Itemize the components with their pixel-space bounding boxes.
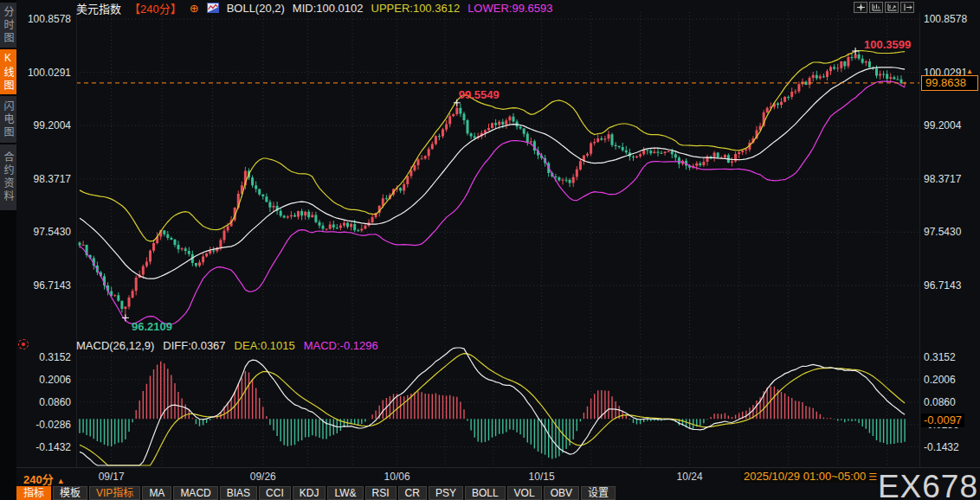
toolbar-button-MACD[interactable]: MACD xyxy=(173,486,217,500)
crosshair-icon[interactable] xyxy=(854,2,867,13)
pane-border xyxy=(919,12,920,467)
high-price-annotation: 100.3599 xyxy=(864,38,911,51)
axis-scale-left-icon[interactable] xyxy=(869,2,883,13)
indicator-chart-icon[interactable] xyxy=(207,3,219,13)
candlestick-chart xyxy=(76,12,919,339)
xaxis-separator xyxy=(16,467,980,468)
sidebar-tab-4[interactable]: 合约资料 xyxy=(0,144,16,210)
sidebar-tab-3[interactable]: 闪电图 xyxy=(0,96,16,143)
toolbar-button-CR[interactable]: CR xyxy=(398,486,427,500)
axis-scale-right-icon[interactable] xyxy=(885,2,899,13)
period-triangle-icon: ▲ xyxy=(57,477,65,485)
sidebar-tab-2[interactable]: K线图 xyxy=(0,49,16,94)
sidebar-tab-1[interactable]: 分时图 xyxy=(0,3,16,48)
toolbar-button-MA[interactable]: MA xyxy=(142,486,171,500)
left-sidebar: 分时图K线图闪电图合约资料 xyxy=(0,0,16,500)
date-label: 09/26 xyxy=(250,471,276,483)
toolbar-button-CCI[interactable]: CCI xyxy=(259,486,291,500)
toolbar-button-PSY[interactable]: PSY xyxy=(429,486,463,500)
date-label: 10/06 xyxy=(384,471,410,483)
current-candle-time: 2025/10/29 01:00~05:00☰ xyxy=(741,470,880,483)
period-selector[interactable]: 240分▲ xyxy=(23,471,65,487)
alarm-icon[interactable] xyxy=(18,339,29,349)
toolbar-button-LW&[interactable]: LW& xyxy=(327,486,363,500)
candlestick-pane[interactable]: 100.3599 99.5549 96.2109 xyxy=(76,12,919,339)
macd-diff-value: DIFF:0.0367 xyxy=(163,339,225,352)
pan-right-icon[interactable] xyxy=(900,2,914,13)
boll-upper-value: UPPER:100.3612 xyxy=(371,2,461,15)
low-price-annotation: 96.2109 xyxy=(132,320,172,333)
chart-header: 美元指数 【240分】 ⊕ BOLL(20,2) MID:100.0102 UP… xyxy=(76,1,552,15)
macd-dea-value: DEA:0.1015 xyxy=(235,339,295,352)
axis-label: 96.7143 xyxy=(924,279,979,292)
symbol-name: 美元指数 xyxy=(76,0,121,16)
toolbar-button-指标[interactable]: 指标 xyxy=(16,486,51,500)
swing-high-annotation: 99.5549 xyxy=(459,88,500,101)
chart-tools xyxy=(854,2,914,13)
toolbar-button-设置[interactable]: 设置 xyxy=(581,486,616,500)
boll-mid-value: MID:100.0102 xyxy=(293,2,364,15)
macd-bar-value: MACD:-0.1296 xyxy=(304,339,378,352)
period-text: 240分 xyxy=(23,473,54,486)
axis-label: 99.2004 xyxy=(924,119,979,132)
axis-label: 0.2006 xyxy=(924,373,979,387)
toolbar-button-模板[interactable]: 模板 xyxy=(53,486,87,500)
toolbar-button-BIAS[interactable]: BIAS xyxy=(220,486,257,500)
axis-label: -0.1432 xyxy=(924,440,979,454)
trading-app-window: 分时图K线图闪电图合约资料 美元指数 【240分】 ⊕ BOLL(20,2) M… xyxy=(0,0,980,500)
macd-chart xyxy=(76,346,919,467)
macd-params-label: MACD(26,12,9) xyxy=(76,339,154,352)
macd-current-box: -0.0097 xyxy=(921,413,964,427)
indicator-toolbar: 指标模板VIP指标MAMACDBIASCCIKDJLW&RSICRPSYBOLL… xyxy=(16,486,616,500)
price-up-arrow-icon: ▲ xyxy=(966,67,973,75)
boll-lower-value: LOWER:99.6593 xyxy=(467,2,552,15)
toolbar-button-BOLL[interactable]: BOLL xyxy=(465,486,506,500)
axis-label: 0.0860 xyxy=(924,395,979,409)
add-compare-icon[interactable]: ⊕ xyxy=(190,2,199,15)
date-label: 10/15 xyxy=(529,471,555,483)
axis-label: 98.3717 xyxy=(924,172,979,186)
pane-border xyxy=(76,12,77,467)
toolbar-button-RSI[interactable]: RSI xyxy=(365,486,397,500)
menu-icon: ☰ xyxy=(868,471,877,482)
toolbar-button-KDJ[interactable]: KDJ xyxy=(293,486,326,500)
toolbar-button-OBV[interactable]: OBV xyxy=(544,486,579,500)
macd-legend: MACD(26,12,9) DIFF:0.0367 DEA:0.1015 MAC… xyxy=(76,339,378,352)
axis-label: 97.5430 xyxy=(924,225,979,239)
toolbar-button-VOL[interactable]: VOL xyxy=(507,486,542,500)
date-label: 10/24 xyxy=(677,471,703,483)
macd-pane[interactable] xyxy=(76,346,919,467)
watermark: EX678 xyxy=(878,469,978,500)
toolbar-button-VIP指标[interactable]: VIP指标 xyxy=(89,486,140,500)
current-candle-time-text: 2025/10/29 01:00~05:00 xyxy=(744,470,866,483)
current-price-box: 99.8638 xyxy=(921,75,978,91)
boll-params-label: BOLL(20,2) xyxy=(227,2,285,15)
period-label-header: 【240分】 xyxy=(129,0,182,16)
axis-label: 0.3152 xyxy=(924,350,979,364)
date-label: 09/17 xyxy=(99,471,125,483)
axis-label: 100.8578 xyxy=(924,12,979,26)
